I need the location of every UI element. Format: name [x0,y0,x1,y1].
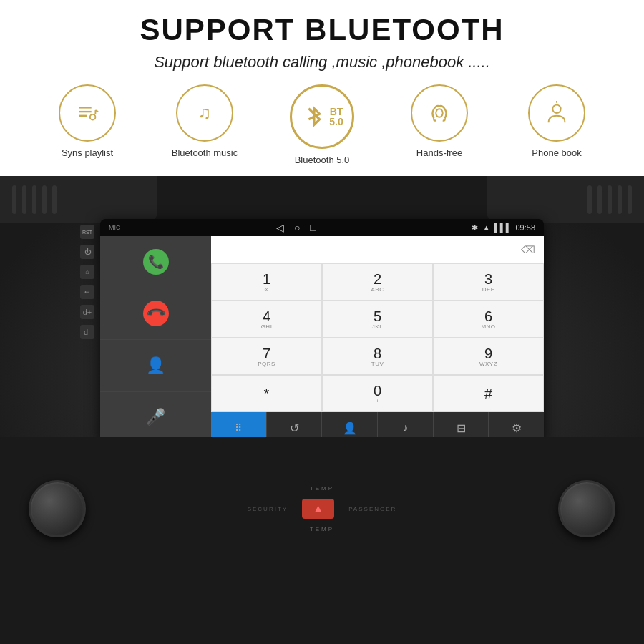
key-3[interactable]: 3DEF [433,263,544,301]
phone-book-icon [543,99,570,127]
syns-playlist-label: Syns playlist [62,147,113,158]
home-button[interactable]: ⌂ [80,265,94,279]
temp-label-left: TEMP [310,485,334,492]
bluetooth-50-label: Bluetooth 5.0 [295,155,350,165]
feature-syns-playlist: Syns playlist [41,84,134,158]
top-vents [0,176,644,223]
bluetooth-music-circle: ♫ [176,84,233,142]
vent-slat [618,185,622,214]
power-button[interactable]: ⏻ [80,245,94,259]
home-nav-icon[interactable]: ○ [294,222,300,233]
bluetooth-music-label: Bluetooth music [172,147,238,158]
key-9[interactable]: 9WXYZ [433,338,544,375]
key-star[interactable]: * [211,375,322,412]
mic-label: MIC [109,224,121,231]
call-icon-green: 📞 [143,249,169,275]
status-bar: MIC ◁ ○ □ ✱ ▲ ▌▌▌ 09:58 [100,219,544,236]
hands-free-circle [411,84,468,142]
vent-slat [32,185,36,214]
feature-phone-book: Phone book [510,84,603,158]
key-5[interactable]: 5JKL [322,301,433,338]
contacts-button[interactable]: 👤 [100,340,211,392]
key-7[interactable]: 7PQRS [211,338,322,375]
hands-free-label: Hands-free [416,147,462,158]
bluetooth-status-icon: ✱ [472,223,478,233]
status-icons: ✱ ▲ ▌▌▌ 09:58 [472,223,535,233]
recents-nav-icon[interactable]: □ [310,222,316,233]
key-hash[interactable]: # [433,375,544,412]
vent-slat [608,185,612,214]
dashboard-area: RST ⏻ ⌂ ↩ d+ d- MIC ◁ ○ □ ✱ ▲ ▌▌▌ 09:58 [0,176,644,580]
mic-button[interactable]: 🎤 [100,392,211,444]
left-knob[interactable] [29,480,86,537]
key-4[interactable]: 4GHI [211,301,322,338]
svg-point-3 [90,114,96,120]
hazard-button[interactable]: ▲ [302,499,334,519]
back-button[interactable]: ↩ [80,285,94,299]
bluetooth-symbol [301,103,328,130]
recents-tab-icon: ↺ [290,421,299,435]
music-tab-icon: ♪ [402,421,408,434]
bt-tab-icon: ⊟ [457,421,466,435]
dash-center-controls: TEMP SECURITY ▲ PASSENGER TEMP [248,485,397,532]
vent-slat [22,185,26,214]
main-title: SUPPORT BLUETOOTH [21,13,623,47]
feature-hands-free: Hands-free [393,84,486,158]
syns-playlist-icon [74,99,101,127]
passenger-label: PASSENGER [348,506,396,512]
call-icon-red: 📞 [137,296,174,332]
key-6[interactable]: 6MNO [433,301,544,338]
vent-slat [12,185,16,214]
contacts-icon: 👤 [146,356,165,375]
dialpad-tab-icon: ⠿ [235,422,242,434]
side-buttons-left: RST ⏻ ⌂ ↩ d+ d- [80,225,94,339]
features-row: Syns playlist ♫ Bluetooth music BT5.0 [21,84,623,165]
dial-input-row: ⌫ [211,236,544,263]
feature-bluetooth-50: BT5.0 Bluetooth 5.0 [275,84,369,165]
bluetooth-music-icon: ♫ [191,99,218,127]
vol-down-button[interactable]: d- [80,325,94,339]
dialpad-panel: ⌫ 1∞ 2ABC 3DEF 4GHI 5JK [211,236,544,444]
vent-slat [42,185,47,214]
phone-screen: 📞 📞 👤 🎤 ⌫ [100,236,544,444]
vent-slat [52,185,57,214]
phone-left-panel: 📞 📞 👤 🎤 [100,236,211,444]
phone-book-label: Phone book [532,147,581,158]
hazard-icon: ▲ [313,502,324,515]
temp-label-right: TEMP [310,526,334,532]
dialpad-grid: 1∞ 2ABC 3DEF 4GHI 5JKL 6MNO [211,263,544,412]
signal-icon: ▌▌▌ [494,223,511,232]
bluetooth-50-circle: BT5.0 [290,84,354,149]
right-knob[interactable] [558,480,615,537]
hands-free-icon [426,99,453,127]
key-2[interactable]: 2ABC [322,263,433,301]
time-display: 09:58 [515,223,535,232]
end-call-button[interactable]: 📞 [100,288,211,341]
svg-text:♫: ♫ [198,103,212,122]
vent-slat [587,185,592,214]
backspace-button[interactable]: ⌫ [518,241,538,258]
contacts-tab-icon: 👤 [343,421,357,435]
vol-up-button[interactable]: d+ [80,305,94,319]
feature-bluetooth-music: ♫ Bluetooth music [158,84,251,158]
settings-tab-icon: ⚙ [512,421,522,435]
mic-icon: 🎤 [146,408,165,426]
call-button[interactable]: 📞 [100,236,211,288]
key-0[interactable]: 0+ [322,375,433,412]
rst-button[interactable]: RST [80,225,94,239]
back-nav-icon[interactable]: ◁ [276,222,284,233]
key-8[interactable]: 8TUV [322,338,433,375]
syns-playlist-circle [59,84,116,142]
subtitle: Support bluetooth calling ,music ,phoneb… [21,53,623,72]
vent-slat [628,185,632,214]
vent-slat [597,185,602,214]
bluetooth-50-inner: BT5.0 [301,103,343,130]
head-unit: RST ⏻ ⌂ ↩ d+ d- MIC ◁ ○ □ ✱ ▲ ▌▌▌ 09:58 [100,219,544,444]
key-1[interactable]: 1∞ [211,263,322,301]
security-label: SECURITY [248,506,288,512]
nav-buttons: ◁ ○ □ [276,222,316,233]
vent-left [0,176,157,223]
svg-point-8 [552,105,560,113]
wifi-icon: ▲ [482,223,490,232]
phone-book-circle [528,84,585,142]
